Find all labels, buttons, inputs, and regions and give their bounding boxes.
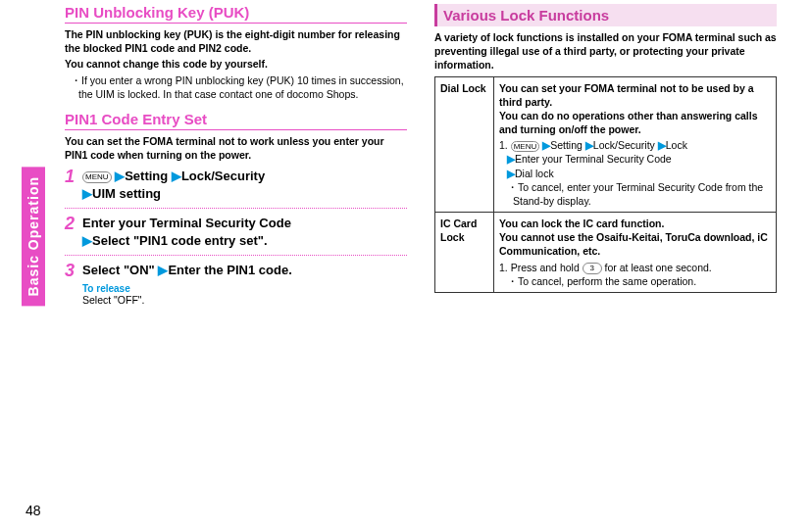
arrow-icon: ▶ <box>507 153 515 165</box>
arrow-icon: ▶ <box>82 186 92 201</box>
menu-key-icon: MENU <box>511 141 540 153</box>
arrow-icon: ▶ <box>542 139 550 151</box>
step-1-number: 1 <box>65 168 82 202</box>
lock-functions-table: Dial Lock You can set your FOMA terminal… <box>434 76 777 293</box>
puk-title: PIN Unblocking Key (PUK) <box>65 4 407 24</box>
puk-desc2: You cannot change this code by yourself. <box>65 57 407 71</box>
step-2-number: 2 <box>65 215 82 249</box>
page-number: 48 <box>25 503 41 518</box>
various-lock-title: Various Lock Functions <box>434 4 777 26</box>
step-3-content: Select "ON" ▶Enter the PIN1 code. <box>82 262 407 279</box>
table-row: IC Card Lock You can lock the IC card fu… <box>435 213 777 293</box>
puk-desc1: The PIN unblocking key (PUK) is the eigh… <box>65 27 407 55</box>
menu-key-icon: MENU <box>82 171 112 183</box>
arrow-icon: ▶ <box>115 169 125 183</box>
arrow-icon: ▶ <box>585 139 593 151</box>
pin1-title: PIN1 Code Entry Set <box>65 111 407 130</box>
arrow-icon: ▶ <box>658 139 666 151</box>
step-2-content: Enter your Terminal Security Code ▶Selec… <box>82 215 407 249</box>
ic-lock-cell: You can lock the IC card function. You c… <box>494 213 777 293</box>
puk-bullet1: If you enter a wrong PIN unblocking key … <box>78 73 407 101</box>
step-3-number: 3 <box>65 262 82 279</box>
step-1-content: MENU ▶Setting ▶Lock/Security ▶UIM settin… <box>82 168 407 202</box>
side-tab: Basic Operation <box>22 167 45 306</box>
arrow-icon: ▶ <box>158 263 168 277</box>
to-release-body: Select "OFF". <box>82 294 407 306</box>
pin1-desc: You can set the FOMA terminal not to wor… <box>65 134 407 162</box>
dial-lock-cell: You can set your FOMA terminal not to be… <box>494 76 777 213</box>
ic-lock-name: IC Card Lock <box>435 213 494 293</box>
arrow-icon: ▶ <box>172 169 181 183</box>
table-row: Dial Lock You can set your FOMA terminal… <box>435 76 777 213</box>
number-key-icon: 3 <box>583 263 602 274</box>
various-lock-intro: A variety of lock functions is installed… <box>434 30 777 73</box>
arrow-icon: ▶ <box>507 168 515 179</box>
arrow-icon: ▶ <box>82 233 92 248</box>
to-release-label: To release <box>82 283 407 294</box>
dial-lock-name: Dial Lock <box>435 76 494 213</box>
